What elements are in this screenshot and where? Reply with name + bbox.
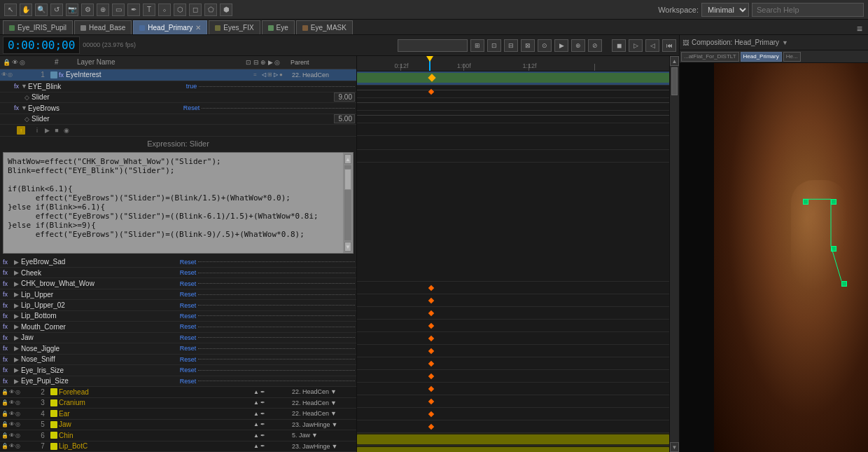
layer-row-ear[interactable]: 🔒 👁 ◎ 4 Ear ▲ ✒ 22. HeadCen ▼ <box>0 409 356 419</box>
layer-row-lipbotc[interactable]: 🔒 👁 ◎ 7 Lip_BotC ▲ ✒ 23. JawHinge ▼ <box>0 441 356 452</box>
layer-row-cranium[interactable]: 🔒 👁 ◎ 3 Cranium ▲ ✒ 22. HeadCen ▼ <box>0 398 356 409</box>
ctrl-btn-5[interactable]: ⊙ <box>538 39 552 52</box>
tool-pen[interactable]: ✒ <box>127 4 140 16</box>
layer-search[interactable] <box>398 39 468 52</box>
tool-clone[interactable]: ⬡ <box>174 4 186 16</box>
search-input[interactable] <box>752 3 864 17</box>
parent-dropdown-cranium[interactable]: ▼ <box>330 399 337 406</box>
expand-eyebrows[interactable]: ▼ <box>21 104 28 111</box>
ctrl-btn-3[interactable]: ⊟ <box>504 39 518 52</box>
layer-row-eyebrowsad[interactable]: fx ▶ EyeBrow_Sad Reset <box>0 256 356 267</box>
tab-head-primary[interactable]: Head_Primary ✕ <box>133 20 207 34</box>
expr-scroll-down[interactable]: ▼ <box>344 242 351 252</box>
kf-sad[interactable] <box>428 285 433 291</box>
layer-row-eyeinterest[interactable]: 👁 ◎ 1 fx EyeInterest = ◁ ⊞ ▷ ● 22. HeadC… <box>0 69 356 81</box>
layer-row-chin[interactable]: 🔒 👁 ◎ 6 Chin ▲ ✒ 5. Jaw ▼ <box>0 430 356 441</box>
ctrl-point-2[interactable] <box>831 199 836 205</box>
tab-eye-mask[interactable]: Eye_MASK <box>296 20 353 34</box>
expand-sad[interactable]: ▶ <box>14 259 21 266</box>
layer-row-lipupper02[interactable]: fx ▶ Lip_Upper_02 Reset <box>0 300 356 310</box>
expand-lipupper02[interactable]: ▶ <box>14 302 21 309</box>
layer-row-irissize[interactable]: fx ▶ Eye_Iris_Size Reset <box>0 365 356 376</box>
tool-roto[interactable]: ⬠ <box>204 4 217 16</box>
layer-row-pupisize[interactable]: fx ▶ Eye_Pupi_Size Reset <box>0 376 356 387</box>
expand-irissize[interactable]: ▶ <box>14 367 21 374</box>
kf-lipbottom[interactable] <box>428 348 433 354</box>
tab-close[interactable]: ✕ <box>195 24 201 32</box>
scroll-up-btn[interactable]: ▲ <box>670 56 679 66</box>
parent-dropdown-chin[interactable]: ▼ <box>312 432 318 439</box>
tab-eye-iris[interactable]: Eye_IRIS_Pupil <box>3 20 73 34</box>
reset-eyebrows[interactable]: Reset <box>181 104 202 111</box>
tool-anchor[interactable]: ⊕ <box>97 4 109 16</box>
kf-lipupper02[interactable] <box>428 336 433 341</box>
expand-chk[interactable]: ▶ <box>14 280 21 287</box>
kf-cheek[interactable] <box>428 298 433 303</box>
comp-subtab-primary[interactable]: Head_Primary <box>741 52 782 62</box>
parent-dropdown-forehead[interactable]: ▼ <box>330 388 337 395</box>
tool-settings[interactable]: ⚙ <box>81 4 94 16</box>
tool-rotate[interactable]: ↺ <box>50 4 63 16</box>
tool-brush[interactable]: ⬦ <box>158 4 171 16</box>
layer-row-nosejiggle[interactable]: fx ▶ Nose_Jiggle Reset <box>0 343 356 354</box>
track-eyeinterest[interactable] <box>357 71 669 85</box>
kf-pupisize[interactable] <box>428 424 433 430</box>
tool-puppet[interactable]: ⬢ <box>220 4 232 16</box>
kf-nosejiggle[interactable] <box>428 386 433 392</box>
comp-subtab-flat[interactable]: ...atFlat_For_DISTLT <box>681 52 739 62</box>
expand-pupisize[interactable]: ▶ <box>14 378 21 385</box>
layer-row-lipupper[interactable]: fx ▶ Lip_Upper Reset <box>0 289 356 300</box>
kf-jaw-fx[interactable] <box>428 374 433 379</box>
time-display[interactable]: 0:00:00;00 <box>3 36 80 54</box>
ctrl-btn-10[interactable]: ▷ <box>629 39 643 52</box>
ctrl-btn-7[interactable]: ⊕ <box>571 39 585 52</box>
layer-row-forehead[interactable]: 🔒 👁 ◎ 2 Forehead ▲ ✒ 22. HeadCen ▼ <box>0 387 356 397</box>
expression-editor[interactable]: WhatWow=effect("CHK_Brow_What_Wow")("Sli… <box>3 152 354 254</box>
ctrl-btn-1[interactable]: ⊞ <box>470 39 484 52</box>
slider-val-1[interactable]: 9.00 <box>334 93 355 102</box>
ctrl-point-3[interactable] <box>831 246 836 252</box>
reset-eyeblink[interactable]: true <box>184 83 200 90</box>
reset-cheek[interactable]: Reset <box>178 269 199 276</box>
expand-nosesniff[interactable]: ▶ <box>14 356 21 363</box>
track-cranium[interactable] <box>357 446 669 452</box>
layer-row-cheek[interactable]: fx ▶ Cheek Reset <box>0 268 356 278</box>
layer-row-slider1[interactable]: ◇ Slider 9.00 <box>0 93 356 103</box>
scroll-track[interactable] <box>670 66 679 442</box>
tab-eyes-fix[interactable]: Eyes_FIX <box>209 20 260 34</box>
comp-subtab-he[interactable]: He... <box>783 52 801 62</box>
scroll-down-btn[interactable]: ▼ <box>670 442 679 452</box>
reset-nosejiggle[interactable]: Reset <box>178 345 199 352</box>
expression-code[interactable]: WhatWow=effect("CHK_Brow_What_Wow")("Sli… <box>4 153 343 253</box>
tool-zoom[interactable]: 🔍 <box>35 4 48 16</box>
tool-select[interactable]: ↖ <box>4 4 17 16</box>
expand-lipupper[interactable]: ▶ <box>14 291 21 298</box>
parent-dropdown-lipbotc[interactable]: ▼ <box>332 443 338 450</box>
tool-hand[interactable]: ✋ <box>20 4 32 16</box>
kf-nosesniff[interactable] <box>428 399 433 404</box>
layer-row-eyeblink[interactable]: fx ▼ EYE_Blink true <box>0 81 356 92</box>
parent-dropdown-ear[interactable]: ▼ <box>330 410 337 417</box>
comp-dropdown[interactable]: ▼ <box>782 39 788 46</box>
workspace-select[interactable]: Minimal <box>701 3 749 17</box>
reset-nosesniff[interactable]: Reset <box>178 356 199 363</box>
expr-scroll-track[interactable] <box>344 165 351 240</box>
tab-eye[interactable]: Eye <box>262 20 295 34</box>
reset-mouth[interactable]: Reset <box>178 323 199 330</box>
track-forehead[interactable] <box>357 433 669 446</box>
ctrl-point-1[interactable] <box>803 199 808 205</box>
kf-chk[interactable] <box>428 310 433 316</box>
reset-lipbottom[interactable]: Reset <box>178 313 199 320</box>
parent-dropdown-jaw[interactable]: ▼ <box>332 421 338 428</box>
playhead[interactable] <box>429 56 430 71</box>
scroll-thumb[interactable] <box>671 67 678 95</box>
ctrl-btn-11[interactable]: ◁ <box>645 39 659 52</box>
layer-row-chk[interactable]: fx ▶ CHK_brow_What_Wow Reset <box>0 278 356 289</box>
reset-jaw-fx[interactable]: Reset <box>178 334 199 341</box>
expand-mouth[interactable]: ▶ <box>14 323 21 330</box>
tool-camera[interactable]: 📷 <box>66 4 78 16</box>
reset-chk[interactable]: Reset <box>178 280 199 287</box>
ctrl-btn-4[interactable]: ⊠ <box>521 39 535 52</box>
viewer-area[interactable] <box>680 63 868 452</box>
ctrl-btn-12[interactable]: ⏮ <box>662 39 676 52</box>
